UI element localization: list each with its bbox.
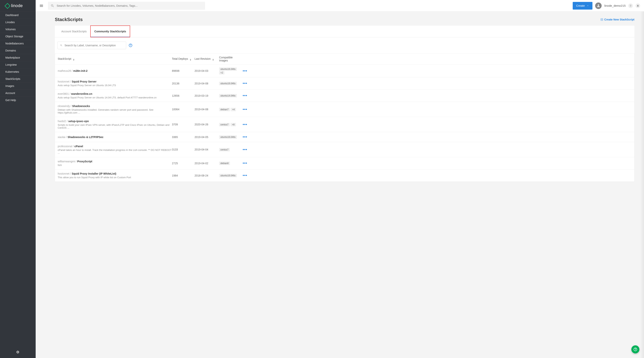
stackscript-search-input[interactable]: [62, 44, 124, 47]
sidebar-item-linodes[interactable]: Linodes: [0, 18, 36, 26]
image-chip: centos7: [219, 123, 230, 126]
row-revision: 2018-08-24: [194, 174, 219, 177]
row-actions-menu[interactable]: •••: [243, 147, 247, 152]
create-stackscript-link[interactable]: Create New StackScript: [600, 18, 634, 21]
sort-icon: ▲▼: [73, 59, 75, 61]
row-images: centos7: [219, 148, 242, 152]
sidebar-item-longview[interactable]: Longview: [0, 61, 36, 68]
search-icon: [50, 4, 54, 8]
notification-count[interactable]: 0: [628, 3, 633, 8]
row-user: ever0801: [58, 92, 69, 95]
sort-icon: ▲▼: [212, 59, 214, 61]
row-deploys: 3133: [172, 148, 194, 151]
table-row[interactable]: clowwindy / ShadowsocksDebian with Shado…: [55, 102, 634, 117]
row-actions-menu[interactable]: •••: [243, 122, 247, 127]
row-revision: 2019-04-08: [194, 82, 219, 85]
table-row[interactable]: hwdsl2 / setup-ipsec-vpnScripts to build…: [55, 117, 634, 132]
row-label: wanderonline.cn: [71, 92, 92, 95]
create-stackscript-label: Create New StackScript: [604, 18, 634, 21]
notifications-bell[interactable]: [636, 3, 640, 8]
support-fab[interactable]: [631, 345, 640, 354]
table-row[interactable]: hostonnet / Squid Proxy Installer (IP Wh…: [55, 169, 634, 181]
sidebar-item-stackscripts[interactable]: StackScripts: [0, 75, 36, 82]
row-label: cPanel: [74, 145, 83, 148]
tabs: Account StackScripts Community StackScri…: [55, 26, 634, 37]
row-images: centos7+8: [219, 123, 242, 126]
row-actions-menu[interactable]: •••: [243, 135, 247, 139]
image-chip-more[interactable]: +4: [231, 108, 236, 111]
row-user: xiaolai: [58, 136, 65, 139]
row-user: matheus28: [58, 69, 71, 72]
sidebar-item-images[interactable]: Images: [0, 82, 36, 89]
create-button[interactable]: Create: [573, 2, 592, 9]
row-label: Squid Proxy Server: [72, 80, 96, 83]
row-revision: 2019-03-19: [194, 94, 219, 97]
row-actions-menu[interactable]: •••: [243, 93, 247, 98]
user-icon: [596, 4, 600, 8]
row-actions-menu[interactable]: •••: [243, 107, 247, 111]
table-row[interactable]: hostonnet / Squid Proxy ServerAuto setup…: [55, 77, 634, 89]
row-revision: 2019-04-02: [194, 162, 219, 165]
user-avatar[interactable]: [595, 2, 602, 9]
username-label[interactable]: linode_demo215: [604, 4, 626, 7]
row-deploys: 1984: [172, 174, 194, 177]
plus-box-icon: [600, 18, 603, 21]
sidebar-item-marketplace[interactable]: Marketplace: [0, 54, 36, 61]
row-description: This allow you to run Squid Proxy with I…: [58, 176, 172, 179]
sidebar-item-account[interactable]: Account: [0, 89, 36, 96]
panel: Account StackScripts Community StackScri…: [55, 26, 634, 182]
row-user: clowwindy: [58, 105, 70, 108]
row-description: Auto setup Squid Proxy Server on Ubuntu …: [58, 84, 172, 87]
row-label: m28n-init-2: [73, 69, 88, 72]
image-chip-more[interactable]: +8: [230, 123, 236, 126]
sidebar-item-object-storage[interactable]: Object Storage: [0, 33, 36, 40]
row-actions-menu[interactable]: •••: [243, 81, 247, 85]
table-row[interactable]: xiaolai / Shadowsocks & L2TP/IPSec336520…: [55, 132, 634, 142]
help-icon[interactable]: ?: [129, 44, 132, 47]
sidebar-nav: Dashboard Linodes Volumes Object Storage…: [0, 11, 36, 104]
row-actions-menu[interactable]: •••: [243, 69, 247, 73]
menu-toggle[interactable]: [38, 2, 45, 9]
sidebar-item-dashboard[interactable]: Dashboard: [0, 11, 36, 18]
col-header-revision[interactable]: Last Revision ▲▼: [194, 57, 219, 61]
table-row[interactable]: ever0801 / wanderonline.cnAuto setup Squ…: [55, 89, 634, 102]
row-revision: 2020-04-26: [194, 123, 219, 126]
row-images: ubuntu16.04lts: [219, 135, 242, 139]
col-header-stackscript[interactable]: StackScript ▲▼: [57, 57, 172, 61]
row-deploys: 3365: [172, 136, 194, 139]
row-label: ProxyScript: [77, 160, 92, 163]
logo-mark-icon: [5, 3, 9, 9]
question-icon: [633, 347, 638, 352]
row-description: N/A: [58, 164, 172, 167]
sidebar-item-kubernetes[interactable]: Kubernetes: [0, 68, 36, 75]
col-header-images: Compatible Images: [219, 56, 242, 62]
tab-account-stackscripts[interactable]: Account StackScripts: [58, 26, 90, 37]
col-header-deploys[interactable]: Total Deploys ▲▼: [172, 57, 194, 61]
brand-name: linode: [11, 3, 23, 8]
row-actions-menu[interactable]: •••: [243, 161, 247, 165]
row-revision: 2019-04-03: [194, 69, 219, 72]
table-row[interactable]: williamwangmi / ProxyScriptN/A27252019-0…: [55, 157, 634, 169]
table-row[interactable]: matheus28 / m28n-init-2896982019-04-03ub…: [55, 64, 634, 77]
stackscript-search[interactable]: [58, 41, 126, 49]
sidebar-settings[interactable]: [0, 347, 36, 358]
global-search-input[interactable]: [54, 4, 202, 7]
row-actions-menu[interactable]: •••: [243, 173, 247, 178]
row-description: cPanel takes an hour to install. Track t…: [58, 149, 172, 154]
gear-icon: [16, 350, 20, 354]
logo[interactable]: linode: [0, 0, 36, 11]
sidebar-item-nodebalancers[interactable]: NodeBalancers: [0, 40, 36, 47]
tab-community-stackscripts[interactable]: Community StackScripts: [90, 26, 130, 37]
row-revision: 2019-04-08: [194, 108, 219, 111]
row-deploys: 3709: [172, 123, 194, 126]
image-chip-more[interactable]: +2: [219, 71, 224, 74]
sidebar-item-volumes[interactable]: Volumes: [0, 26, 36, 33]
topbar: Create linode_demo215 0: [36, 0, 644, 11]
sidebar-item-get-help[interactable]: Get Help: [0, 96, 36, 104]
table-row[interactable]: professional / cPanelcPanel takes an hou…: [55, 142, 634, 157]
global-search[interactable]: [48, 2, 205, 10]
row-deploys: 20136: [172, 82, 194, 85]
image-chip: ubuntu16.04lts: [219, 82, 237, 85]
page-title: StackScripts: [55, 17, 82, 22]
sidebar-item-domains[interactable]: Domains: [0, 47, 36, 54]
